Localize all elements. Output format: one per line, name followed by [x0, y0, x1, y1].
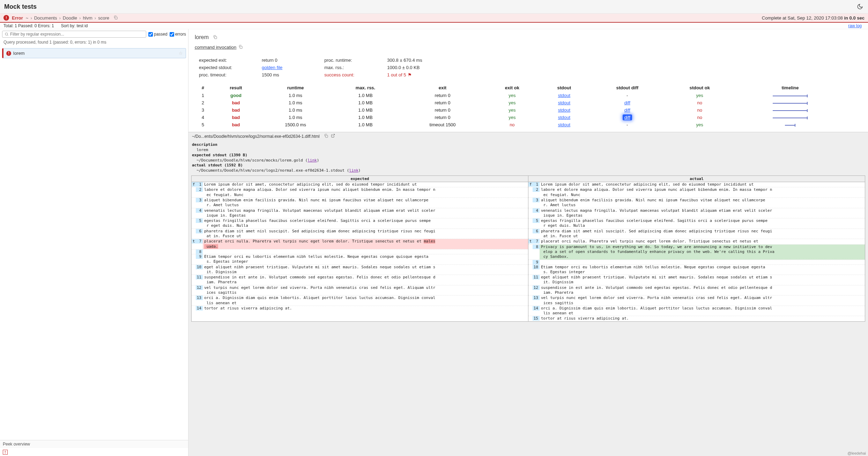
link[interactable]: link — [349, 168, 358, 173]
peek-error-badge[interactable]: ! — [3, 450, 8, 455]
diff-line: 5egestas fringilla phasellus faucibus sc… — [192, 218, 528, 229]
errors-checkbox[interactable] — [170, 32, 174, 37]
diff-line: t7placerat orci nulla. Pharetra vel turp… — [192, 239, 528, 249]
errors-checkbox-label[interactable]: errors — [170, 32, 186, 37]
table-header: exit ok — [486, 84, 539, 92]
info-label: proc. runtime: — [324, 58, 373, 63]
diff-line: 10eget aliquet nibh praesent tristique. … — [192, 264, 528, 275]
diff-panel: ~/Do...ents/Doodle/hlvm/score/logs2/norm… — [188, 132, 868, 456]
passed-checkbox-label[interactable]: passed — [148, 32, 168, 37]
diff-line: 11suspendisse in est ante in. Volutpat c… — [192, 275, 528, 285]
diff-link[interactable]: diff — [624, 107, 630, 113]
diff-line: 5egestas fringilla phasellus faucibus sc… — [528, 218, 865, 229]
flaky-icon: ⚑ — [408, 72, 412, 77]
diff-path: ~/Do...ents/Doodle/hlvm/score/logs2/norm… — [192, 134, 320, 139]
diff-head-expected: expected — [192, 176, 528, 182]
copy-diff-path-icon[interactable] — [324, 134, 328, 139]
diff-line: f1Lorem ipsum dolor sit amet, consectetu… — [528, 182, 865, 187]
timeline-bar — [773, 118, 808, 118]
right-pane: lorem command invocation expected exit:r… — [188, 29, 868, 456]
info-label: max. rss.: — [324, 65, 373, 70]
table-header: max. rss. — [332, 84, 399, 92]
diff-line: 8 — [192, 249, 528, 254]
peek-icons: ! — [0, 448, 188, 456]
copy-command-icon[interactable] — [238, 45, 243, 50]
meta-bar: Total: 1 Passed: 0 Errors: 1 Sort by: te… — [0, 23, 868, 29]
raw-log-link[interactable]: raw log — [848, 23, 862, 28]
table-header: stdout diff — [590, 84, 665, 92]
table-row[interactable]: 2bad1.0 ms1.0 MBreturn 0yesstdoutdiffno — [193, 99, 846, 106]
stdout-link[interactable]: stdout — [558, 122, 570, 127]
external-link-icon[interactable] — [331, 134, 335, 139]
query-message: Query processed, found 1 (passed: 0, err… — [0, 39, 188, 47]
info-label: proc. timeout: — [199, 72, 248, 77]
table-header: runtime — [259, 84, 332, 92]
link[interactable]: link — [307, 158, 317, 163]
diff-line: 12suspendisse in est ante in. Volutpat c… — [528, 285, 865, 296]
diff-head-actual: actual — [528, 176, 865, 182]
diff-line: 8Privacy is paramount to us, in everythi… — [528, 244, 865, 260]
copy-title-icon[interactable] — [213, 34, 217, 40]
diff-line: 13vel turpis nunc eget lorem dolor sed v… — [528, 295, 865, 306]
left-pane: passed errors Query processed, found 1 (… — [0, 29, 188, 456]
filter-input-wrap[interactable] — [2, 31, 146, 38]
info-value: 1 out of 5⚑ — [387, 72, 422, 77]
table-header: stdout ok — [665, 84, 735, 92]
filter-input[interactable] — [10, 32, 144, 37]
command-invocation-link[interactable]: command invocation — [195, 45, 243, 50]
timeline-bar — [773, 103, 808, 104]
info-label: success count: — [324, 72, 373, 77]
diff-line: 6pharetra diam sit amet nisl suscipit. S… — [528, 229, 865, 239]
diff-line: 2labore et dolore magna aliqua. Dolor se… — [528, 187, 865, 197]
table-row[interactable]: 1good1.0 ms1.0 MBreturn 0yesstdout-yes — [193, 92, 846, 99]
test-name: lorem — [13, 51, 25, 56]
diff-link[interactable]: diff — [624, 100, 630, 105]
status-bar: ! Error ~›Documents›Doodle›hlvm›score Co… — [0, 14, 868, 23]
diff-meta: description loremexpected stdout (1390 B… — [188, 140, 868, 175]
svg-line-6 — [333, 134, 335, 136]
table-header: exit — [399, 84, 486, 92]
diff-left: f1Lorem ipsum dolor sit amet, consectetu… — [192, 182, 528, 321]
test-list: !lorem☆ — [0, 47, 188, 440]
diff-line: 3aliquet bibendum enim facilisis gravida… — [192, 197, 528, 208]
status-label: Error — [12, 15, 23, 21]
svg-rect-0 — [115, 17, 117, 19]
info-label: expected exit: — [199, 58, 248, 63]
diff-line: 12vel turpis nunc eget lorem dolor sed v… — [192, 285, 528, 296]
titlebar: Mock tests — [0, 0, 868, 14]
counts-text: Total: 1 Passed: 0 Errors: 1 — [3, 23, 54, 28]
diff-line: 2labore et dolore magna aliqua. Dolor se… — [192, 187, 528, 197]
diff-right: f1Lorem ipsum dolor sit amet, consectetu… — [528, 182, 865, 321]
info-value[interactable]: golden file — [262, 65, 282, 70]
table-row[interactable]: 5bad1500.0 ms1.0 MBtimeout 1500nostdout-… — [193, 121, 846, 128]
star-icon[interactable]: ☆ — [179, 51, 183, 56]
diff-link[interactable]: diff — [623, 114, 632, 120]
test-row[interactable]: !lorem☆ — [2, 48, 186, 58]
peek-overview-label: Peek overview — [0, 440, 188, 448]
table-header: stdout — [539, 84, 590, 92]
svg-line-2 — [7, 35, 8, 36]
diff-line: 13orci a. Dignissim diam quis enim lobor… — [192, 295, 528, 306]
stdout-link[interactable]: stdout — [558, 93, 570, 98]
diff-line: 6pharetra diam sit amet nisl suscipit. S… — [192, 229, 528, 239]
error-icon: ! — [3, 15, 9, 21]
info-value: 1500 ms — [262, 72, 282, 77]
svg-rect-4 — [240, 46, 243, 49]
timeline-bar — [785, 125, 795, 126]
footer-credit: @leedehai — [847, 451, 866, 455]
dark-mode-toggle[interactable] — [856, 3, 864, 10]
table-row[interactable]: 3bad1.0 ms1.0 MBreturn 0yesstdoutdiffno — [193, 106, 846, 114]
stdout-link[interactable]: stdout — [558, 107, 570, 113]
passed-checkbox[interactable] — [148, 32, 153, 37]
diff-line: 10Etiam tempor orci eu lobortis elementu… — [528, 264, 865, 275]
info-value: return 0 — [262, 58, 282, 63]
diff-line: 9 — [528, 260, 865, 264]
timeline-bar — [773, 96, 808, 96]
copy-path-icon[interactable] — [113, 15, 118, 21]
diff-table: expected actual f1Lorem ipsum dolor sit … — [191, 175, 865, 322]
table-header: result — [213, 84, 260, 92]
stdout-link[interactable]: stdout — [558, 100, 570, 105]
detail-title: lorem — [195, 34, 862, 40]
stdout-link[interactable]: stdout — [558, 115, 570, 120]
table-row[interactable]: 4bad1.0 ms1.0 MBreturn 0yesstdoutdiffno — [193, 114, 846, 121]
